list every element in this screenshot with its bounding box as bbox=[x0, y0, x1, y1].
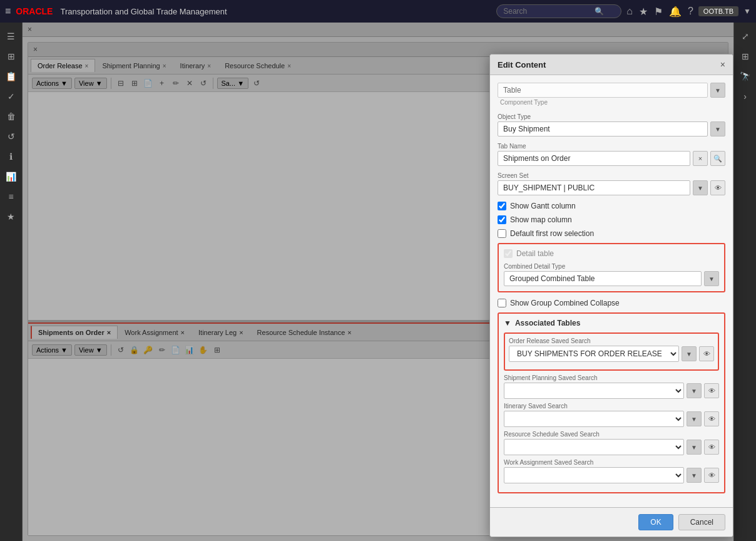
detail-table-label: Detail table bbox=[516, 249, 554, 258]
sidebar-icon-list[interactable]: 📋 bbox=[3, 68, 20, 85]
oracle-logo: ORACLE bbox=[16, 6, 53, 16]
screen-set-view-btn[interactable]: 👁 bbox=[710, 180, 725, 195]
combined-detail-type-group: Combined Detail Type Grouped Combined Ta… bbox=[504, 263, 719, 286]
modal-overlay: Edit Content × Table ▼ Component Type bbox=[23, 23, 733, 541]
bell-icon[interactable]: 🔔 bbox=[669, 6, 682, 18]
resource-schedule-saved-search-label: Resource Schedule Saved Search bbox=[504, 431, 719, 438]
associated-tables-header: ▼ Associated Tables bbox=[504, 319, 719, 327]
work-assignment-saved-search-view-btn[interactable]: 👁 bbox=[704, 468, 719, 483]
tab-name-clear-btn[interactable]: × bbox=[693, 151, 708, 166]
show-gantt-checkbox[interactable] bbox=[498, 202, 506, 210]
tab-name-wrapper: × 🔍 bbox=[498, 151, 725, 166]
order-release-saved-search-arrow[interactable]: ▼ bbox=[682, 346, 697, 361]
right-sidebar-icon-binoculars[interactable]: 🔭 bbox=[737, 68, 754, 85]
itinerary-saved-search-arrow[interactable]: ▼ bbox=[687, 411, 702, 426]
tab-name-input[interactable] bbox=[498, 151, 690, 166]
component-type-arrow[interactable]: ▼ bbox=[710, 83, 725, 98]
show-gantt-label: Show Gantt column bbox=[510, 202, 576, 210]
combined-detail-type-select[interactable]: Grouped Combined Table bbox=[504, 271, 702, 286]
work-assignment-saved-search-select[interactable] bbox=[504, 467, 684, 483]
component-type-select[interactable]: Table bbox=[498, 83, 708, 98]
dialog-title: Edit Content bbox=[498, 60, 546, 70]
cancel-button[interactable]: Cancel bbox=[678, 514, 725, 530]
show-map-group: Show map column bbox=[498, 215, 725, 224]
nav-icons: ⌂ ★ ⚑ 🔔 ? bbox=[626, 6, 693, 18]
resource-schedule-saved-search-select[interactable] bbox=[504, 439, 684, 455]
show-map-checkbox[interactable] bbox=[498, 215, 506, 224]
shipment-planning-assoc-wrapper: Shipment Planning Saved Search ▼ 👁 bbox=[504, 374, 719, 399]
combined-detail-type-arrow[interactable]: ▼ bbox=[704, 271, 719, 286]
combined-detail-type-wrapper: Grouped Combined Table ▼ bbox=[504, 271, 719, 286]
star-icon[interactable]: ★ bbox=[639, 6, 648, 18]
flag-icon[interactable]: ⚑ bbox=[654, 6, 663, 18]
user-dropdown-icon[interactable]: ▼ bbox=[743, 7, 751, 16]
sidebar-icon-star[interactable]: ★ bbox=[3, 208, 20, 225]
screen-set-label: Screen Set bbox=[498, 172, 725, 179]
show-group-collapse-label: Show Group Combined Collapse bbox=[510, 299, 620, 307]
order-release-saved-search-row: BUY SHIPMENTS FOR ORDER RELEASE | PU ▼ 👁 bbox=[509, 346, 714, 362]
tab-name-label: Tab Name bbox=[498, 143, 725, 150]
show-map-label: Show map column bbox=[510, 215, 572, 224]
resource-schedule-saved-search-view-btn[interactable]: 👁 bbox=[704, 440, 719, 455]
default-first-row-label: Default first row selection bbox=[510, 229, 594, 238]
user-badge[interactable]: OOTB.TB bbox=[698, 6, 738, 16]
sidebar-icon-menu[interactable]: ☰ bbox=[3, 28, 20, 45]
detail-table-section: Detail table Combined Detail Type Groupe… bbox=[498, 243, 725, 292]
default-first-row-checkbox[interactable] bbox=[498, 229, 506, 238]
order-release-saved-search-view-btn[interactable]: 👁 bbox=[699, 346, 714, 361]
detail-table-group: Detail table bbox=[504, 249, 719, 258]
show-group-collapse-checkbox[interactable] bbox=[498, 299, 506, 307]
detail-table-checkbox[interactable] bbox=[504, 249, 513, 258]
right-sidebar: ⤢ ⊞ 🔭 › bbox=[733, 23, 756, 541]
itinerary-saved-search-view-btn[interactable]: 👁 bbox=[704, 411, 719, 426]
object-type-arrow[interactable]: ▼ bbox=[710, 121, 725, 137]
itinerary-saved-search-label: Itinerary Saved Search bbox=[504, 403, 719, 410]
object-type-group: Object Type Buy Shipment ▼ bbox=[498, 113, 725, 137]
search-input[interactable] bbox=[503, 7, 591, 16]
shipment-planning-saved-search-arrow[interactable]: ▼ bbox=[687, 383, 702, 398]
component-type-label: Component Type bbox=[498, 98, 725, 107]
ok-button[interactable]: OK bbox=[638, 514, 673, 530]
screen-set-arrow[interactable]: ▼ bbox=[693, 180, 708, 195]
associated-tables-toggle[interactable]: ▼ bbox=[504, 319, 511, 327]
sidebar-icon-refresh[interactable]: ↺ bbox=[3, 128, 20, 145]
right-sidebar-icon-expand[interactable]: ⤢ bbox=[737, 28, 754, 45]
content-area: × × Order Release × Shipment Planning × … bbox=[23, 23, 733, 541]
sidebar-icon-check[interactable]: ✓ bbox=[3, 88, 20, 105]
dialog-close-btn[interactable]: × bbox=[720, 59, 725, 70]
main-layout: ☰ ⊞ 📋 ✓ 🗑 ↺ ℹ 📊 ≡ ★ × × Order Release × bbox=[0, 23, 756, 541]
associated-tables-section: ▼ Associated Tables Order Release Saved … bbox=[498, 312, 725, 493]
tab-name-search-btn[interactable]: 🔍 bbox=[710, 151, 725, 166]
object-type-select[interactable]: Buy Shipment bbox=[498, 121, 708, 137]
resource-schedule-saved-search-arrow[interactable]: ▼ bbox=[687, 440, 702, 455]
resource-schedule-assoc-wrapper: Resource Schedule Saved Search ▼ 👁 bbox=[504, 431, 719, 455]
work-assignment-saved-search-arrow[interactable]: ▼ bbox=[687, 468, 702, 483]
work-assignment-saved-search-row: ▼ 👁 bbox=[504, 467, 719, 483]
order-release-saved-search-select[interactable]: BUY SHIPMENTS FOR ORDER RELEASE | PU bbox=[509, 346, 679, 362]
sidebar-icon-grid[interactable]: ⊞ bbox=[3, 48, 20, 65]
order-release-saved-search-label: Order Release Saved Search bbox=[509, 337, 714, 344]
shipment-planning-saved-search-view-btn[interactable]: 👁 bbox=[704, 383, 719, 398]
sidebar-icon-info[interactable]: ℹ bbox=[3, 148, 20, 165]
help-icon[interactable]: ? bbox=[688, 6, 693, 18]
work-assignment-saved-search-label: Work Assignment Saved Search bbox=[504, 459, 719, 466]
object-type-label: Object Type bbox=[498, 113, 725, 120]
dialog-header: Edit Content × bbox=[490, 54, 733, 75]
itinerary-saved-search-select[interactable] bbox=[504, 411, 684, 427]
edit-content-dialog: Edit Content × Table ▼ Component Type bbox=[489, 54, 733, 537]
component-type-wrapper: Table ▼ bbox=[498, 83, 725, 98]
object-type-wrapper: Buy Shipment ▼ bbox=[498, 121, 725, 137]
home-icon[interactable]: ⌂ bbox=[626, 6, 633, 18]
search-box[interactable]: 🔍 bbox=[496, 4, 621, 18]
right-sidebar-icon-columns[interactable]: ⊞ bbox=[737, 48, 754, 65]
right-sidebar-icon-chevron[interactable]: › bbox=[737, 88, 754, 105]
sidebar-icon-lines[interactable]: ≡ bbox=[3, 188, 20, 205]
app-title: Transportation and Global Trade Manageme… bbox=[60, 7, 491, 16]
hamburger-icon[interactable]: ≡ bbox=[5, 6, 11, 17]
default-first-row-group: Default first row selection bbox=[498, 229, 725, 238]
screen-set-select[interactable]: BUY_SHIPMENT | PUBLIC bbox=[498, 180, 690, 195]
sidebar-icon-chart[interactable]: 📊 bbox=[3, 168, 20, 185]
resource-schedule-saved-search-row: ▼ 👁 bbox=[504, 439, 719, 455]
sidebar-icon-trash[interactable]: 🗑 bbox=[3, 108, 20, 125]
shipment-planning-saved-search-select[interactable] bbox=[504, 383, 684, 399]
